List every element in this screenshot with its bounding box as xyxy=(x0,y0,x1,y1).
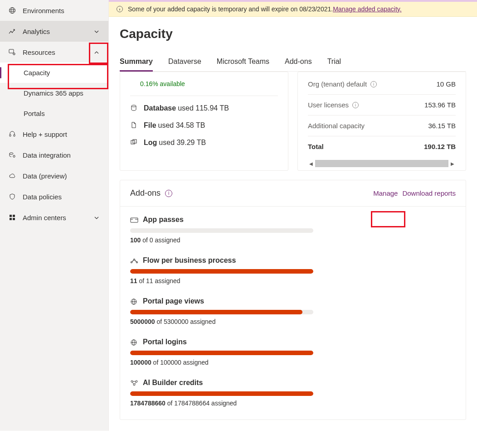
nav-dynamics365[interactable]: Dynamics 365 apps xyxy=(0,83,108,103)
nav-data-integration[interactable]: Data integration xyxy=(0,145,108,165)
addons-card: Add-ons i Manage Download reports App pa… xyxy=(120,180,466,420)
tab-summary[interactable]: Summary xyxy=(120,58,153,71)
row-value: 153.96 TB xyxy=(424,101,456,109)
globe-icon xyxy=(130,298,138,304)
nav-admin-centers[interactable]: Admin centers xyxy=(0,207,108,228)
manage-link[interactable]: Manage xyxy=(373,189,398,197)
nav-label: Data policies xyxy=(23,193,62,201)
row-org-default: Org (tenant) default i 10 GB xyxy=(308,74,456,95)
chevron-up-icon xyxy=(94,49,100,55)
row-user-licenses: User licenses i 153.96 TB xyxy=(308,95,456,116)
integration-icon xyxy=(8,151,16,159)
usage-file: File used 34.58 TB xyxy=(130,121,278,130)
row-total: Total 190.12 TB xyxy=(308,136,456,157)
tab-dataverse[interactable]: Dataverse xyxy=(168,58,201,71)
row-label: User licenses xyxy=(308,101,349,109)
addons-title: Add-ons xyxy=(130,188,161,198)
ai-builder-icon xyxy=(130,380,138,386)
usage-value: used 39.29 TB xyxy=(159,139,206,147)
available-pct: 0.16% available xyxy=(140,80,278,87)
progress-bar xyxy=(130,391,313,396)
addon-flow-bp: Flow per business process 11 of 11 assig… xyxy=(120,247,466,284)
row-label: Org (tenant) default xyxy=(308,80,367,88)
file-icon xyxy=(130,121,138,130)
page-title: Capacity xyxy=(120,27,466,41)
nav-data-policies[interactable]: Data policies xyxy=(0,186,108,207)
svg-point-6 xyxy=(10,153,13,154)
info-icon[interactable]: i xyxy=(352,102,359,108)
nav-capacity[interactable]: Capacity xyxy=(0,63,108,83)
nav-label: Resources xyxy=(23,48,55,56)
addon-name: App passes xyxy=(143,216,184,224)
addon-name: Portal page views xyxy=(143,297,204,305)
nav-help-support[interactable]: Help + support xyxy=(0,124,108,145)
svg-point-1 xyxy=(11,8,14,14)
horizontal-scrollbar[interactable]: ◀ ▶ xyxy=(308,159,456,168)
nav-data-preview[interactable]: Data (preview) xyxy=(0,165,108,186)
chevron-down-icon xyxy=(94,28,100,34)
scroll-right-icon[interactable]: ▶ xyxy=(449,160,456,167)
nav-analytics[interactable]: Analytics xyxy=(0,21,108,42)
progress-bar xyxy=(130,351,313,355)
addon-usage: 11 of 11 assigned xyxy=(130,277,456,284)
globe-icon xyxy=(8,6,16,14)
addons-header: Add-ons i Manage Download reports xyxy=(120,180,466,207)
usage-label: Log xyxy=(144,139,157,147)
storage-summary-card: 0.16% available Database used 115.94 TB xyxy=(120,72,288,171)
row-value: 190.12 TB xyxy=(424,143,456,150)
addon-name: Flow per business process xyxy=(143,256,236,265)
svg-rect-9 xyxy=(13,215,15,217)
nav-label: Help + support xyxy=(23,130,67,138)
nav-resources[interactable]: Resources xyxy=(0,42,108,63)
svg-rect-2 xyxy=(9,49,14,53)
nav-portals[interactable]: Portals xyxy=(0,103,108,124)
row-label: Total xyxy=(308,143,324,150)
download-reports-link[interactable]: Download reports xyxy=(402,189,456,197)
scroll-left-icon[interactable]: ◀ xyxy=(308,160,314,167)
svg-rect-4 xyxy=(10,135,11,136)
banner-text: Some of your added capacity is temporary… xyxy=(128,5,333,13)
usage-label: File xyxy=(144,121,156,130)
tab-addons[interactable]: Add-ons xyxy=(285,58,312,71)
usage-value: used 115.94 TB xyxy=(178,104,229,112)
usage-value: used 34.58 TB xyxy=(158,121,205,130)
tab-trial[interactable]: Trial xyxy=(327,58,341,71)
svg-rect-8 xyxy=(10,215,12,217)
svg-rect-11 xyxy=(13,218,15,220)
flow-icon xyxy=(130,257,138,264)
svg-point-13 xyxy=(131,105,136,107)
nav-label: Capacity xyxy=(24,69,50,77)
nav-label: Dynamics 365 apps xyxy=(24,89,83,97)
svg-point-25 xyxy=(136,381,137,382)
addon-usage: 5000000 of 5300000 assigned xyxy=(130,318,456,325)
info-icon[interactable]: i xyxy=(370,81,377,87)
addon-app-passes: App passes 100 of 0 assigned xyxy=(120,207,466,244)
addon-name: AI Builder credits xyxy=(143,379,203,387)
progress-bar xyxy=(130,269,313,274)
scroll-track[interactable] xyxy=(315,160,448,167)
globe-icon xyxy=(130,339,138,345)
progress-bar xyxy=(130,310,313,314)
nav-label: Data integration xyxy=(23,151,71,159)
capacity-sources-card: Org (tenant) default i 10 GB User licens… xyxy=(297,72,466,171)
headset-icon xyxy=(8,130,16,138)
addon-usage: 100000 of 100000 assigned xyxy=(130,359,456,366)
usage-database: Database used 115.94 TB xyxy=(130,104,278,112)
cloud-icon xyxy=(8,172,16,180)
tab-microsoft-teams[interactable]: Microsoft Teams xyxy=(217,58,269,71)
addon-portal-page-views: Portal page views 5000000 of 5300000 ass… xyxy=(120,288,466,325)
svg-rect-10 xyxy=(10,218,12,220)
sidebar: Environments Analytics Resources Capacit… xyxy=(0,0,109,431)
info-icon[interactable]: i xyxy=(165,190,172,197)
nav-label: Environments xyxy=(23,7,64,14)
info-icon xyxy=(116,5,123,13)
nav-environments[interactable]: Environments xyxy=(0,0,108,21)
nav-label: Admin centers xyxy=(23,214,66,222)
progress-bar xyxy=(130,228,313,233)
chevron-down-icon xyxy=(94,214,100,221)
database-icon xyxy=(130,104,138,112)
banner-link[interactable]: Manage added capacity. xyxy=(333,5,402,13)
addon-portal-logins: Portal logins 100000 of 100000 assigned xyxy=(120,329,466,366)
nav-label: Analytics xyxy=(23,28,50,35)
row-additional-capacity: Additional capacity 36.15 TB xyxy=(308,116,456,136)
